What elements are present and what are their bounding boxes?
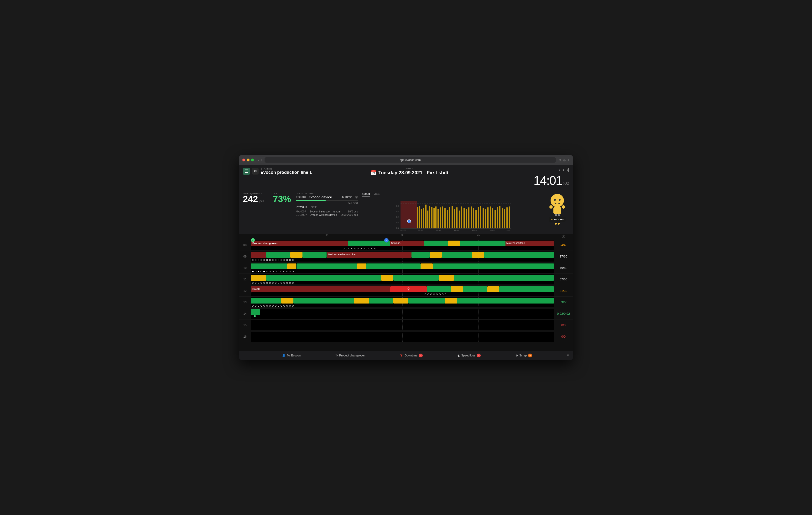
batch-name: Evocon device <box>309 195 332 199</box>
bar-label-work-another-machine: Work on another machine <box>328 253 355 256</box>
downtime-label: Downtime <box>405 354 417 357</box>
score-10: 49/60 <box>554 266 573 270</box>
track-14[interactable] <box>251 309 554 319</box>
product-changeover-label: Product changeover <box>339 354 365 357</box>
track-10[interactable] <box>251 263 554 273</box>
refresh-icon[interactable]: ↻ <box>558 158 561 162</box>
progress-bar-fill <box>296 200 326 201</box>
nav-arrows: ‹ › ›| <box>559 168 569 172</box>
svg-rect-42 <box>494 210 496 229</box>
monitor-icon: 🖥 <box>252 168 259 175</box>
svg-rect-47 <box>506 207 508 229</box>
share-icon[interactable]: ⎙ <box>563 158 566 162</box>
track-13[interactable] <box>251 297 554 307</box>
track-09[interactable]: Work on another machine <box>251 251 554 262</box>
clock-seconds: :02 <box>563 181 569 186</box>
arrow-12: › <box>252 291 252 294</box>
bar-11-c <box>381 275 394 281</box>
forward-button[interactable]: › <box>261 158 262 162</box>
bar-09-a <box>251 252 266 258</box>
hour-label-15: 15 <box>239 324 251 327</box>
bar-green-08c <box>460 241 505 246</box>
chart-tab-speed[interactable]: Speed <box>361 192 370 196</box>
batch-section: CURRENT BATCH EDL00X Evocon device 5h 10… <box>296 192 358 216</box>
maximize-button[interactable] <box>251 158 254 161</box>
track-12[interactable]: Break ? › <box>251 286 554 296</box>
tab-previous[interactable]: Previous <box>296 205 307 209</box>
bar-green-08b <box>424 241 448 246</box>
svg-point-63 <box>549 205 553 209</box>
timeline-row-16: 16 0/0 <box>239 331 573 342</box>
hour-label-08: 08 <box>239 243 251 247</box>
bar-label-unplanned: Unplann... <box>391 242 402 244</box>
scrap-status[interactable]: ⊖ Scrap 5 <box>516 354 532 357</box>
close-button[interactable] <box>242 158 245 161</box>
svg-rect-13 <box>427 211 428 229</box>
product-changeover-status[interactable]: ↻ Product changeover <box>336 354 365 357</box>
svg-rect-21 <box>444 208 445 229</box>
bar-11-e <box>439 275 454 281</box>
downtime-badge: 1 <box>419 354 423 357</box>
svg-point-64 <box>562 205 565 209</box>
end-arrow[interactable]: ›| <box>567 168 569 172</box>
bar-green-08a <box>348 241 390 246</box>
next-arrow[interactable]: › <box>563 168 564 172</box>
track-11[interactable] <box>251 274 554 284</box>
address-bar[interactable]: app.evocon.com <box>265 157 556 162</box>
time-marker-15: :15 <box>325 234 328 237</box>
scrap-badge: 5 <box>528 354 532 357</box>
batch-label: CURRENT BATCH <box>296 192 358 194</box>
menu-button[interactable]: ☰ <box>243 168 250 175</box>
browser-chrome: ‹ › app.evocon.com ↻ ⎙ + <box>239 155 573 165</box>
bar-09-f <box>430 252 442 258</box>
track-15[interactable] <box>251 320 554 330</box>
svg-rect-16 <box>433 208 435 229</box>
batch-info-icon[interactable]: ⓘ <box>355 195 358 199</box>
calendar-icon: 📅 <box>371 170 376 176</box>
header-right: ‹ › ›| 14:01 :02 <box>507 168 569 188</box>
station-label: STATION <box>260 168 312 170</box>
shift-quantity-value: 242 <box>243 194 258 204</box>
minimize-button[interactable] <box>246 158 250 161</box>
svg-rect-14 <box>429 206 430 229</box>
info-icon-header[interactable]: ⓘ <box>554 234 573 239</box>
user-status[interactable]: 👤 Mr Evocon <box>282 354 300 357</box>
svg-text:10:00: 10:00 <box>436 229 441 231</box>
tab-next[interactable]: Next <box>311 205 317 209</box>
mail-status[interactable]: ✉ <box>567 354 569 357</box>
add-tab-icon[interactable]: + <box>568 158 570 162</box>
bar-10-e <box>366 264 421 269</box>
shift-section: SHIFT 📅 Tuesday 28.09.2021 - First shift <box>316 168 503 176</box>
back-button[interactable]: ‹ <box>258 158 259 162</box>
speed-loss-label: Speed loss <box>461 354 475 357</box>
svg-rect-23 <box>449 207 451 229</box>
bar-13-h <box>445 298 457 304</box>
speed-loss-status[interactable]: ◐ Speed loss 1 <box>458 354 481 357</box>
bar-10-d <box>357 264 366 269</box>
svg-rect-26 <box>456 207 458 229</box>
track-08[interactable]: Product changeover Unplann... <box>251 240 554 250</box>
svg-rect-35 <box>478 207 479 229</box>
score-14: 0,92/0,92 <box>554 312 573 315</box>
svg-rect-17 <box>435 207 437 229</box>
station-name: Evocon production line 1 <box>260 170 312 175</box>
downtime-status[interactable]: ❓ Downtime 1 <box>400 354 423 357</box>
bar-11-f <box>454 275 554 281</box>
svg-rect-44 <box>499 206 500 229</box>
shift-label: SHIFT <box>316 168 503 170</box>
oee-value: 73% <box>273 194 292 204</box>
bar-10-a <box>251 264 287 269</box>
svg-rect-15 <box>431 207 433 229</box>
svg-rect-31 <box>468 207 469 229</box>
bar-12-b <box>451 286 463 292</box>
chart-tab-oee[interactable]: OEE <box>374 192 380 196</box>
menu-item[interactable]: ⋮ <box>243 353 247 358</box>
progress-text: 241 /500 <box>296 202 358 205</box>
track-16[interactable] <box>251 332 554 342</box>
prev-arrow[interactable]: ‹ <box>559 168 560 172</box>
time-marker-30: :30 <box>401 234 404 237</box>
svg-rect-11 <box>423 208 424 229</box>
bar-12-e <box>499 286 554 292</box>
svg-point-62 <box>559 199 560 201</box>
hour-label-10: 10 <box>239 266 251 270</box>
